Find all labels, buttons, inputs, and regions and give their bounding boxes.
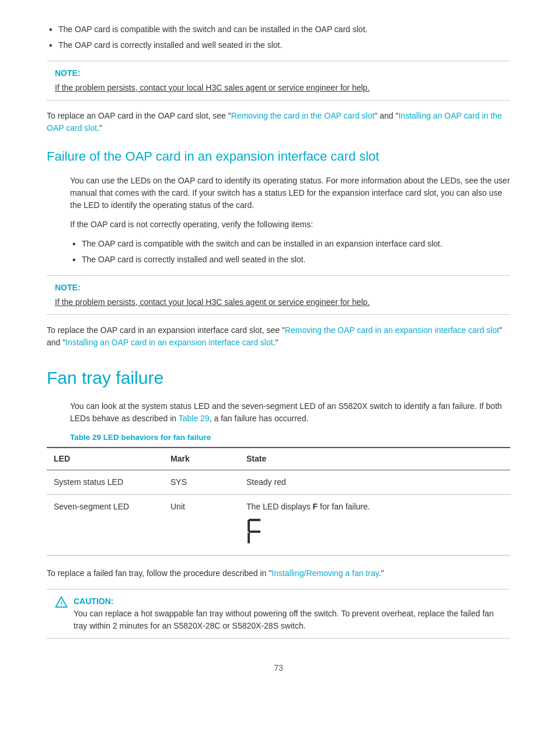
seven-segment-f-icon [246, 518, 267, 546]
table-caption: Table 29 LED behaviors for fan failure [47, 432, 510, 443]
svg-text:!: ! [60, 600, 62, 606]
note-box-2: NOTE: If the problem persists, contact y… [47, 275, 510, 315]
caution-label: CAUTION: [74, 597, 113, 606]
installing-oap-expansion-link[interactable]: Installing an OAP card in an expansion i… [65, 338, 273, 347]
section-bullet-list: The OAP card is compatible with the swit… [70, 238, 510, 266]
led-table: LED Mark State System status LED SYS Ste… [47, 447, 510, 556]
page: The OAP card is compatible with the swit… [0, 0, 557, 756]
section-heading: Failure of the OAP card in an expansion … [47, 148, 510, 165]
col-header-state: State [239, 448, 510, 470]
col-header-led: LED [47, 448, 163, 470]
caution-text: You can replace a hot swappable fan tray… [74, 609, 494, 630]
note-box-1: NOTE: If the problem persists, contact y… [47, 61, 510, 100]
svg-rect-0 [249, 519, 260, 521]
row2-state-text: The LED displays F for fan failure. [246, 502, 370, 511]
note-label-1: NOTE: [55, 67, 502, 79]
section-para2: If the OAP card is not correctly operati… [47, 219, 510, 231]
svg-rect-1 [249, 530, 260, 533]
oap-slot-paragraph: To replace an OAP card in the OAP card s… [47, 110, 510, 134]
section-para1: You can use the LEDs on the OAP card to … [47, 175, 510, 211]
section-bullet-1: The OAP card is compatible with the swit… [70, 238, 510, 250]
svg-rect-3 [248, 533, 250, 543]
note-label-2: NOTE: [55, 282, 502, 294]
removing-oap-expansion-link[interactable]: Removing the OAP card in an expansion in… [285, 325, 499, 335]
row2-mark: Unit [163, 494, 239, 555]
bullet-item-1: The OAP card is compatible with the swit… [47, 23, 510, 36]
bullet-item-2: The OAP card is correctly installed and … [47, 39, 510, 51]
table-ref-link[interactable]: Table 29 [179, 414, 210, 423]
caution-box: ! CAUTION: You can replace a hot swappab… [47, 589, 510, 639]
fan-intro-paragraph: You can look at the system status LED an… [47, 400, 510, 425]
note-text-2: If the problem persists, contact your lo… [55, 296, 502, 308]
expansion-paragraph: To replace the OAP card in an expansion … [47, 324, 510, 349]
fan-replace-paragraph: To replace a failed fan tray, follow the… [47, 567, 510, 580]
removing-oap-slot-link[interactable]: Removing the card in the OAP card slot [231, 111, 375, 120]
main-heading: Fan tray failure [47, 367, 510, 389]
svg-rect-2 [248, 520, 250, 532]
fan-install-link[interactable]: Installing/Removing a fan tray [271, 568, 378, 578]
table-row-1: System status LED SYS Steady red [47, 470, 510, 494]
note-text-1: If the problem persists, contact your lo… [55, 82, 502, 94]
section-bullet-2: The OAP card is correctly installed and … [70, 254, 510, 266]
caution-triangle-icon: ! [55, 597, 68, 611]
row1-led: System status LED [47, 470, 163, 494]
col-header-mark: Mark [163, 448, 239, 470]
top-bullet-list: The OAP card is compatible with the swit… [47, 23, 510, 51]
caution-content: CAUTION: You can replace a hot swappable… [74, 595, 502, 632]
row2-led: Seven-segment LED [47, 494, 163, 555]
row2-state: The LED displays F for fan failure. [239, 494, 510, 555]
row1-mark: SYS [163, 470, 239, 494]
row1-state: Steady red [239, 470, 510, 494]
page-number: 73 [47, 662, 510, 674]
table-row-2: Seven-segment LED Unit The LED displays … [47, 494, 510, 555]
